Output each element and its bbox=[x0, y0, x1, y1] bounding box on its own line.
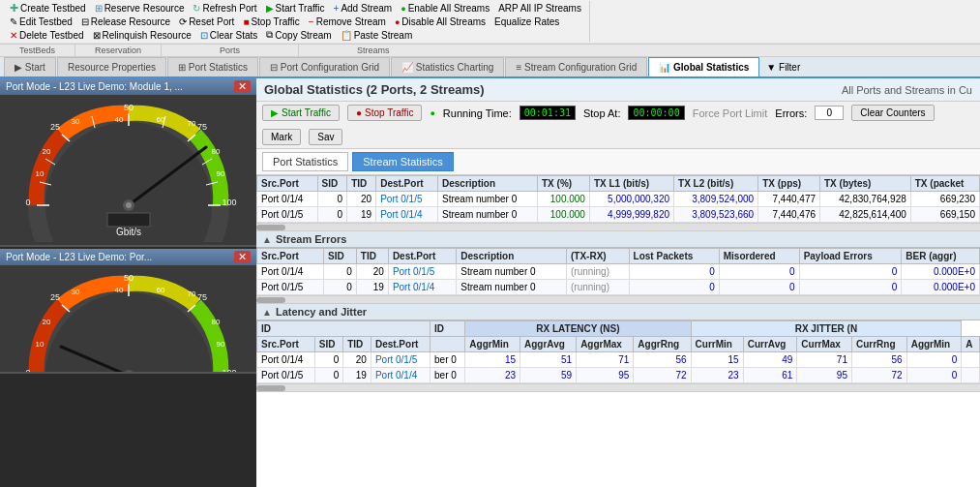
relinquish-resource-btn[interactable]: ⊠ Relinquish Resource bbox=[89, 28, 195, 42]
gauge-1-close-btn[interactable]: ✕ bbox=[234, 80, 251, 93]
td-dest-port[interactable]: Port 0/1/4 bbox=[388, 280, 456, 295]
tab-stream-config-grid[interactable]: ≡ Stream Configuration Grid bbox=[505, 57, 647, 76]
errors-table-scrollbar[interactable] bbox=[256, 295, 980, 303]
start-traffic-btn[interactable]: ▶ Start Traffic bbox=[262, 105, 340, 121]
th-tx-packets: TX (packet bbox=[910, 176, 979, 192]
svg-text:100: 100 bbox=[222, 198, 236, 207]
disable-all-streams-btn[interactable]: ● Disable All Streams bbox=[391, 15, 490, 28]
paste-stream-btn[interactable]: 📋 Paste Stream bbox=[337, 28, 417, 42]
latency-table-scrollbar[interactable] bbox=[256, 383, 980, 391]
reservation-group-label: Reservation bbox=[75, 45, 162, 56]
td-dest-port[interactable]: Port 0/1/5 bbox=[388, 264, 456, 280]
latency-table: ID ID RX LATENCY (NS) RX JITTER (N Src.P… bbox=[256, 320, 980, 383]
create-testbed-btn[interactable]: ✚ Create Testbed bbox=[6, 1, 90, 15]
svg-text:70: 70 bbox=[187, 289, 195, 298]
th-j-aggr-min: AggrMin bbox=[906, 337, 962, 352]
clear-stats-icon: ⊡ bbox=[200, 30, 208, 41]
tab-stats-charting[interactable]: 📈 Statistics Charting bbox=[391, 57, 504, 76]
stop-traffic-btn[interactable]: ■ Stop Traffic bbox=[239, 15, 303, 28]
td-dest-port[interactable]: Port 0/1/5 bbox=[376, 192, 438, 207]
td-tx-l1: 4,999,999,820 bbox=[589, 207, 673, 223]
th-description: Description bbox=[457, 249, 567, 264]
save-btn[interactable]: Sav bbox=[309, 129, 342, 145]
enable-all-streams-btn[interactable]: ● Enable All Streams bbox=[397, 1, 493, 15]
td-src-port: Port 0/1/5 bbox=[257, 368, 315, 383]
td-desc: ber 0 bbox=[431, 368, 465, 383]
clear-counters-btn[interactable]: Clear Counters bbox=[851, 105, 934, 121]
clear-stats-btn[interactable]: ⊡ Clear Stats bbox=[196, 28, 261, 42]
td-aggr-max: 71 bbox=[577, 352, 634, 368]
td-src-port: Port 0/1/5 bbox=[257, 207, 318, 223]
td-payload-errors: 0 bbox=[799, 280, 902, 295]
copy-stream-btn[interactable]: ⧉ Copy Stream bbox=[262, 28, 335, 42]
th-payload-errors: Payload Errors bbox=[799, 249, 902, 264]
td-src-port: Port 0/1/5 bbox=[257, 280, 324, 295]
td-curr-rng: 72 bbox=[851, 368, 906, 383]
start-traffic-btn[interactable]: ▶ Start Traffic bbox=[262, 1, 329, 15]
delete-testbed-btn[interactable]: ✕ Delete Testbed bbox=[6, 28, 88, 42]
table-row: Port 0/1/5 0 19 Port 0/1/4 Stream number… bbox=[257, 280, 980, 295]
arp-all-ip-btn[interactable]: ARP All IP Streams bbox=[494, 1, 585, 15]
stop-traffic-btn[interactable]: ● Stop Traffic bbox=[347, 105, 422, 121]
equalize-rates-btn[interactable]: Equalize Rates bbox=[490, 15, 563, 28]
errors-label: Errors: bbox=[775, 107, 807, 119]
svg-text:60: 60 bbox=[156, 115, 164, 124]
td-tx-pct: 100.000 bbox=[538, 207, 590, 223]
th-curr-avg: CurrAvg bbox=[743, 337, 797, 352]
tab-port-config-grid[interactable]: ⊟ Port Configuration Grid bbox=[259, 57, 390, 76]
svg-text:75: 75 bbox=[196, 292, 206, 302]
collapse-errors-btn[interactable]: ▲ bbox=[262, 234, 272, 245]
td-curr-avg: 61 bbox=[743, 368, 797, 383]
gauge-2-close-btn[interactable]: ✕ bbox=[234, 251, 251, 263]
edit-testbed-btn[interactable]: ✎ Edit Testbed bbox=[6, 15, 76, 28]
reset-port-btn[interactable]: ⟳ Reset Port bbox=[175, 15, 238, 28]
svg-text:30: 30 bbox=[71, 117, 79, 126]
td-description: Stream number 0 bbox=[437, 207, 537, 223]
tab-port-statistics[interactable]: ⊞ Port Statistics bbox=[167, 57, 258, 76]
delete-icon: ✕ bbox=[10, 30, 17, 41]
filter-btn[interactable]: ▼ Filter bbox=[760, 58, 806, 76]
stop-traffic-stop-icon: ● bbox=[356, 107, 362, 118]
create-testbed-icon: ✚ bbox=[10, 2, 18, 15]
table-row: Port 0/1/4 0 20 Port 0/1/5 Stream number… bbox=[257, 192, 980, 207]
add-stream-btn[interactable]: + Add Stream bbox=[330, 1, 397, 15]
tab-start[interactable]: ▶ Start bbox=[4, 57, 56, 76]
svg-text:50: 50 bbox=[123, 103, 133, 112]
table-row: Port 0/1/4 0 20 Port 0/1/5 Stream number… bbox=[257, 264, 980, 280]
td-curr-rng: 56 bbox=[851, 352, 906, 368]
td-description: Stream number 0 bbox=[457, 280, 567, 295]
tab-resource-properties[interactable]: Resource Properties bbox=[57, 57, 166, 76]
th-aggr-max: AggrMax bbox=[577, 337, 634, 352]
td-curr-min: 15 bbox=[691, 352, 743, 368]
remove-stream-btn[interactable]: − Remove Stream bbox=[305, 15, 390, 28]
td-src-port: Port 0/1/4 bbox=[257, 352, 315, 368]
td-tid: 19 bbox=[343, 368, 371, 383]
th-curr-rng: CurrRng bbox=[851, 337, 906, 352]
td-tx-packets: 669,150 bbox=[910, 207, 979, 223]
reserve-resource-btn[interactable]: ⊞ Reserve Resource bbox=[91, 1, 189, 15]
tab-global-statistics[interactable]: 📊 Global Statistics bbox=[648, 57, 759, 76]
td-dest-port[interactable]: Port 0/1/4 bbox=[371, 368, 430, 383]
refresh-port-btn[interactable]: ↻ Refresh Port bbox=[189, 1, 260, 15]
relinquish-icon: ⊠ bbox=[93, 30, 101, 41]
th-sid: SID bbox=[323, 249, 356, 264]
tx-table-scrollbar[interactable] bbox=[256, 223, 980, 230]
running-time-icon: ● bbox=[430, 108, 434, 118]
td-aggr-avg: 59 bbox=[520, 368, 577, 383]
port-statistics-tab[interactable]: Port Statistics bbox=[262, 152, 348, 171]
collapse-latency-btn[interactable]: ▲ bbox=[262, 307, 272, 318]
th-tid: TID bbox=[347, 176, 376, 192]
td-tx-rx: (running) bbox=[566, 280, 629, 295]
svg-text:10: 10 bbox=[35, 340, 44, 349]
td-dest-port[interactable]: Port 0/1/5 bbox=[371, 352, 430, 368]
release-resource-btn[interactable]: ⊟ Release Resource bbox=[77, 15, 174, 28]
td-tx-pps: 7,440,476 bbox=[758, 207, 820, 223]
td-dest-port[interactable]: Port 0/1/4 bbox=[376, 207, 438, 223]
mark-btn[interactable]: Mark bbox=[262, 129, 301, 145]
svg-text:90: 90 bbox=[216, 169, 224, 178]
stream-statistics-tab[interactable]: Stream Statistics bbox=[352, 152, 454, 171]
td-curr-avg: 49 bbox=[743, 352, 797, 368]
td-sid: 0 bbox=[317, 192, 347, 207]
td-description: Stream number 0 bbox=[437, 192, 537, 207]
errors-value: 0 bbox=[815, 106, 844, 120]
